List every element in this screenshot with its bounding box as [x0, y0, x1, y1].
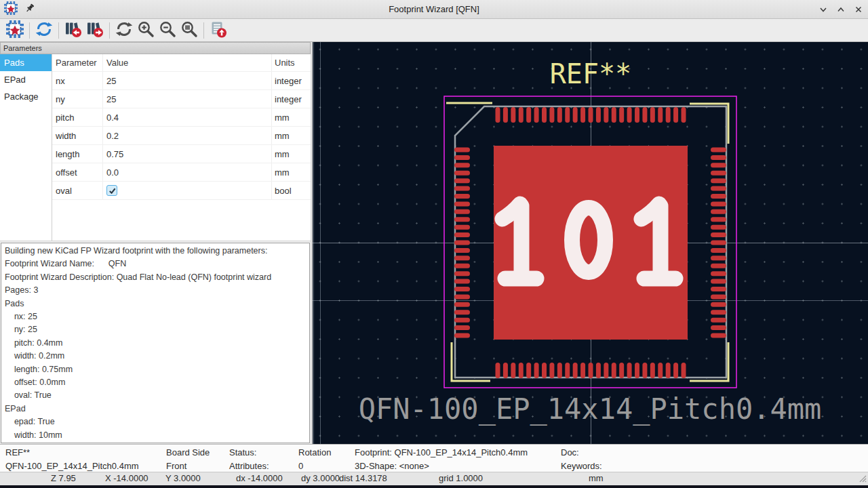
parameter-value[interactable]: 25 [103, 72, 272, 90]
pad [454, 318, 470, 323]
pad [496, 363, 500, 378]
pad [666, 107, 671, 123]
resize-grip[interactable] [857, 473, 867, 484]
pad [454, 194, 470, 199]
pad [580, 107, 585, 123]
parameter-name: ny [52, 90, 103, 108]
footprint-name-text: QFN-100_EP_14x14_Pitch0.4mm [359, 392, 822, 426]
parameter-value[interactable]: 0.75 [103, 145, 272, 163]
pad [711, 178, 726, 183]
zoom-to-fit-button[interactable] [178, 20, 200, 41]
pad [711, 155, 726, 160]
pad [711, 186, 726, 191]
pad [711, 148, 726, 152]
zoom-out-button[interactable] [157, 20, 178, 41]
page-item-package[interactable]: Package [0, 88, 52, 105]
message-line: epad: True [5, 415, 306, 428]
pad [711, 325, 726, 330]
pad [666, 363, 671, 378]
pad [635, 363, 639, 378]
keywords-label: Keywords: [561, 460, 602, 473]
pad [454, 333, 470, 338]
pad [711, 209, 726, 214]
parameter-units: integer [272, 72, 311, 90]
redraw-view-button[interactable] [113, 20, 135, 41]
zoom-in-button[interactable] [135, 20, 157, 41]
pad [604, 363, 608, 378]
titlebar: Footprint Wizard [QFN] [0, 0, 868, 19]
maximize-button[interactable] [835, 4, 846, 15]
pad [711, 232, 726, 237]
footprint-preview-canvas[interactable]: REF** QFN-100_EP_14x14_Pitch0.4mm [313, 42, 868, 444]
pad [565, 363, 570, 378]
export-footprint-button[interactable] [208, 20, 229, 41]
pad [557, 107, 562, 123]
pad [711, 287, 726, 291]
parameter-value[interactable]: 0.4 [103, 108, 272, 127]
reference-designator-text: REF** [550, 58, 631, 89]
message-line: Footprint Wizard Description: Quad Flat … [5, 271, 306, 284]
pad [454, 271, 470, 276]
message-line: length: 10mm [5, 442, 306, 443]
parameter-value[interactable] [103, 182, 272, 200]
page-item-epad[interactable]: EPad [0, 71, 52, 88]
pad [454, 302, 470, 307]
pad [612, 107, 616, 123]
column-header-parameter: Parameter [52, 54, 103, 72]
pad [557, 363, 562, 378]
grid-setting: grid 1.0000 [439, 473, 483, 483]
pad [454, 287, 470, 291]
pad [711, 201, 726, 206]
message-line: length: 0.75mm [5, 363, 306, 376]
parameter-value[interactable]: 25 [103, 90, 272, 108]
delta-y: dy 3.0000 [301, 473, 340, 483]
message-line: Pages: 3 [5, 284, 306, 297]
parameter-name: width [52, 127, 103, 145]
zoom-fit-icon [180, 20, 198, 41]
parameter-value[interactable]: 0.0 [103, 163, 272, 182]
pad [454, 209, 470, 214]
page-item-pads[interactable]: Pads [0, 54, 52, 71]
regenerate-footprint-button[interactable] [33, 20, 55, 41]
pad [658, 107, 663, 123]
footprint-wizard-window: Footprint Wizard [QFN] [0, 0, 868, 488]
previous-parameters-page-button[interactable] [62, 20, 84, 41]
close-button[interactable] [853, 4, 864, 15]
pad [711, 318, 726, 323]
column-header-units: Units [272, 54, 311, 72]
oval-checkbox[interactable] [106, 185, 117, 196]
units: mm [589, 473, 604, 483]
parameter-name: length [52, 145, 103, 163]
pad [454, 241, 470, 245]
show-wizard-selector-button[interactable] [4, 20, 26, 41]
pad [454, 225, 470, 230]
window-bottom-edge [0, 485, 868, 488]
pad [711, 225, 726, 230]
message-line: width: 10mm [5, 429, 306, 442]
parameter-units: mm [272, 127, 311, 145]
pad [454, 279, 470, 284]
refresh-blue-icon [35, 20, 53, 41]
delta-x: dx -14.0000 [236, 473, 283, 483]
pad [650, 107, 655, 123]
pad [642, 363, 647, 378]
rotation-label: Rotation [298, 446, 331, 460]
zoom-level: Z 7.95 [51, 473, 76, 483]
pad [673, 107, 678, 123]
pad [711, 264, 726, 268]
pin-icon[interactable] [24, 3, 35, 16]
pad [503, 363, 508, 378]
minimize-button[interactable] [818, 4, 829, 15]
parameter-value[interactable]: 0.2 [103, 127, 272, 145]
pad [682, 363, 686, 378]
pad [454, 256, 470, 260]
doc-label: Doc: [561, 446, 602, 460]
pad [454, 294, 470, 299]
pad [589, 363, 593, 378]
parameter-name: oval [52, 182, 103, 200]
message-line: width: 0.2mm [5, 350, 306, 363]
pad [454, 232, 470, 237]
toolbar-separator [109, 22, 110, 39]
next-parameters-page-button[interactable] [84, 20, 106, 41]
page-next-icon [85, 20, 104, 41]
